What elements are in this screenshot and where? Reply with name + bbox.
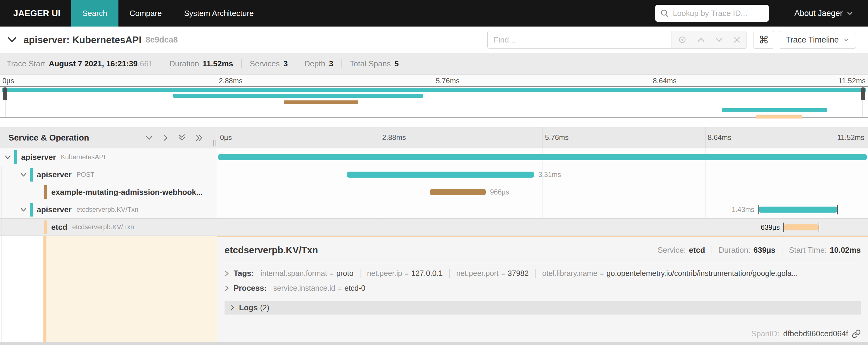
span-service-name: apiserver bbox=[37, 170, 72, 179]
span-operation-name: etcdserverpb.KV/Txn bbox=[76, 206, 138, 213]
depth-label: Depth bbox=[304, 59, 325, 68]
span-color-block bbox=[30, 168, 33, 181]
trace-start-millis: .661 bbox=[137, 59, 153, 68]
duration-meta-value: 639µs bbox=[753, 246, 775, 255]
find-input[interactable] bbox=[488, 31, 672, 48]
nav-item-search[interactable]: Search bbox=[71, 0, 118, 27]
trace-view-selector[interactable]: Trace Timeline bbox=[779, 31, 856, 49]
minimap-right-drag-handle[interactable] bbox=[861, 87, 865, 100]
clear-find-x-icon[interactable] bbox=[733, 36, 741, 44]
span-duration-bar[interactable]: 966µs bbox=[430, 189, 486, 195]
about-jaeger-menu[interactable]: About Jaeger bbox=[794, 9, 853, 18]
trace-minimap[interactable] bbox=[0, 86, 868, 118]
focus-target-icon[interactable] bbox=[678, 35, 687, 44]
minimap-span-bar bbox=[2, 88, 866, 92]
duration-meta-label: Duration: bbox=[718, 246, 750, 255]
span-row-apiserver-etcdserverpb-kv-txn[interactable]: apiserver etcdserverpb.KV/Txn 1.43ms bbox=[0, 201, 868, 218]
span-name-cell: apiserver etcdserverpb.KV/Txn bbox=[0, 201, 217, 218]
span-color-block bbox=[44, 185, 47, 199]
services-value: 3 bbox=[283, 59, 287, 68]
nav-item-system-architecture[interactable]: System Architecture bbox=[173, 0, 265, 27]
nav-item-compare[interactable]: Compare bbox=[119, 0, 173, 27]
trace-page-header: apiserver: KubernetesAPI 8e9dca8 bbox=[0, 27, 868, 53]
span-rows: apiserver KubernetesAPI apiserver POST bbox=[0, 148, 868, 236]
service-meta-label: Service: bbox=[658, 246, 686, 255]
bottom-scroll-strip[interactable] bbox=[0, 342, 868, 345]
collapse-trace-chevron-icon[interactable] bbox=[7, 36, 18, 44]
span-row-etcd-etcdserverpb-kv-txn[interactable]: etcd etcdserverpb.KV/Txn 639µs bbox=[0, 218, 868, 236]
minimap-time-axis: 0µs 2.88ms 5.76ms 8.64ms 11.52ms bbox=[0, 75, 868, 86]
span-service-name: example-mutating-admission-webhook... bbox=[51, 188, 203, 197]
collapse-controls bbox=[145, 134, 217, 142]
span-row-example-mutating-admission-webhook[interactable]: example-mutating-admission-webhook... 96… bbox=[0, 183, 868, 201]
tag-net-peer-ip: net.peer.ip = 127.0.0.1 bbox=[367, 269, 443, 278]
chevron-down-icon[interactable] bbox=[4, 155, 11, 160]
service-operation-title: Service & Operation bbox=[8, 133, 89, 143]
about-jaeger-label: About Jaeger bbox=[794, 9, 843, 18]
summary-divider bbox=[296, 59, 296, 68]
trace-id-short: 8e9dca8 bbox=[146, 35, 178, 45]
span-service-name: apiserver bbox=[21, 152, 56, 162]
chevron-right-icon bbox=[230, 304, 235, 311]
span-duration-label: 3.31ms bbox=[538, 171, 561, 179]
duration-label: Duration bbox=[169, 59, 199, 68]
trace-summary-bar: Trace Start August 7 2021, 16:21:39 .661… bbox=[0, 53, 868, 75]
span-row-apiserver-kubernetesapi[interactable]: apiserver KubernetesAPI bbox=[0, 148, 868, 166]
find-buttons bbox=[672, 31, 747, 48]
depth-value: 3 bbox=[329, 59, 333, 68]
tag-otel-library-name: otel.library.name = go.opentelemetry.io/… bbox=[542, 269, 798, 278]
total-spans-label: Total Spans bbox=[350, 59, 391, 68]
chevron-right-icon bbox=[224, 270, 229, 277]
expand-all-double-chevron-right-icon[interactable] bbox=[195, 134, 204, 142]
minimap-left-drag-handle[interactable] bbox=[3, 87, 7, 100]
next-result-chevron-down-icon[interactable] bbox=[715, 37, 723, 42]
process-accordion[interactable]: Process: service.instance.id = etcd-0 bbox=[224, 284, 861, 293]
minimap-tick-0: 0µs bbox=[2, 77, 14, 85]
total-spans-value: 5 bbox=[394, 59, 398, 68]
span-name-cell: etcd etcdserverpb.KV/Txn bbox=[0, 219, 217, 235]
minimap-span-bar bbox=[173, 94, 423, 98]
tag-key: internal.span.format bbox=[260, 269, 327, 278]
minimap-tick-4: 11.52ms bbox=[838, 77, 866, 85]
span-detail-row: etcdserverpb.KV/Txn Service: etcd Durati… bbox=[0, 236, 868, 342]
chevron-down-icon[interactable] bbox=[20, 207, 27, 212]
tags-accordion[interactable]: Tags: internal.span.format = proto net.p… bbox=[224, 269, 861, 278]
span-operation-name: POST bbox=[76, 171, 95, 178]
minimap-span-bar bbox=[722, 108, 827, 112]
span-row-apiserver-post[interactable]: apiserver POST 3.31ms bbox=[0, 166, 868, 183]
equals-sign: = bbox=[600, 270, 604, 278]
trace-lookup-input[interactable] bbox=[673, 9, 774, 18]
selected-span-highlight bbox=[46, 236, 217, 342]
chevron-down-icon[interactable] bbox=[20, 172, 27, 177]
span-color-block bbox=[14, 150, 17, 164]
prev-result-chevron-up-icon[interactable] bbox=[697, 37, 705, 42]
span-detail-operation-title: etcdserverpb.KV/Txn bbox=[224, 245, 658, 256]
logs-accordion[interactable]: Logs (2) bbox=[224, 301, 861, 315]
collapse-one-chevron-down-icon[interactable] bbox=[145, 135, 153, 141]
trace-lookup-box bbox=[655, 5, 769, 22]
span-color-block bbox=[30, 203, 33, 217]
span-duration-label: 639µs bbox=[761, 224, 780, 232]
equals-sign: = bbox=[330, 270, 333, 278]
expand-one-chevron-right-icon[interactable] bbox=[162, 134, 168, 142]
copy-link-icon[interactable] bbox=[852, 329, 861, 338]
equals-sign: = bbox=[405, 270, 408, 278]
span-service-name: etcd bbox=[51, 223, 67, 232]
keyboard-shortcuts-button[interactable]: ⌘ bbox=[753, 31, 774, 49]
minimap-tick-1: 2.88ms bbox=[219, 77, 243, 85]
summary-divider bbox=[341, 59, 342, 68]
tag-net-peer-port: net.peer.port = 37982 bbox=[456, 269, 529, 278]
jaeger-trace-page: JAEGER UI Search Compare System Architec… bbox=[0, 0, 868, 345]
minimap-tick-2: 5.76ms bbox=[436, 77, 460, 85]
column-resizer-grip[interactable] bbox=[213, 140, 216, 146]
span-duration-bar[interactable]: 639µs bbox=[784, 224, 818, 230]
span-duration-bar[interactable] bbox=[218, 154, 867, 160]
summary-divider bbox=[161, 59, 161, 68]
chevron-down-icon bbox=[844, 38, 849, 42]
equals-sign: = bbox=[338, 285, 342, 292]
span-duration-bar[interactable]: 3.31ms bbox=[347, 172, 534, 178]
span-duration-bar[interactable]: 1.43ms bbox=[758, 207, 837, 212]
collapse-all-double-chevron-down-icon[interactable] bbox=[178, 134, 186, 142]
app-brand: JAEGER UI bbox=[13, 8, 60, 19]
tag-key: service.instance.id bbox=[273, 284, 336, 292]
